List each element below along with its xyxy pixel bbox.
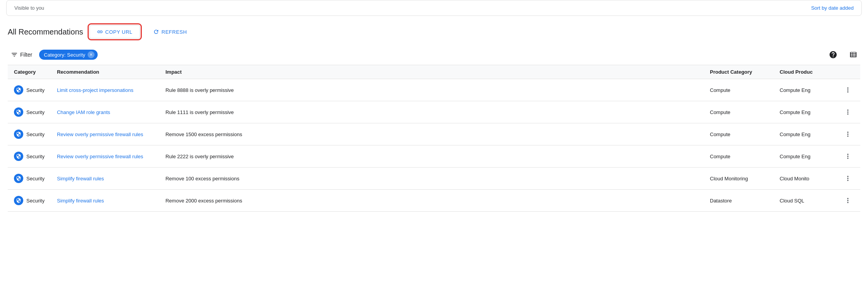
table-cell-cloud-product: Compute Eng xyxy=(773,101,835,123)
col-header-cloud-product: Cloud Produc xyxy=(773,65,835,79)
table-cell-category: Security xyxy=(8,123,51,145)
table-cell-product-category: Compute xyxy=(704,79,773,101)
table-cell-recommendation: Change IAM role grants xyxy=(51,101,159,123)
main-section: All Recommendations COPY URL REFRESH xyxy=(0,22,868,212)
more-options-icon[interactable] xyxy=(842,84,854,96)
table-cell-impact: Remove 2000 excess permissions xyxy=(159,190,704,212)
table-cell-actions xyxy=(835,145,860,168)
table-cell-recommendation: Simplify firewall rules xyxy=(51,190,159,212)
filter-chip-close-button[interactable]: × xyxy=(88,51,95,58)
category-label: Security xyxy=(26,154,45,159)
table-cell-actions xyxy=(835,101,860,123)
filter-left: Filter Category: Security × xyxy=(8,50,98,60)
table-header-row: Category Recommendation Impact Product C… xyxy=(8,65,860,79)
security-icon xyxy=(14,152,23,161)
table-cell-recommendation: Review overly permissive firewall rules xyxy=(51,123,159,145)
table-cell-impact: Remove 1500 excess permissions xyxy=(159,123,704,145)
sort-by-date-link[interactable]: Sort by date added xyxy=(811,5,854,11)
copy-url-button[interactable]: COPY URL xyxy=(90,25,140,38)
table-cell-cloud-product: Cloud SQL xyxy=(773,190,835,212)
table-cell-actions xyxy=(835,123,860,145)
table-cell-category: Security xyxy=(8,101,51,123)
table-cell-impact: Remove 100 excess permissions xyxy=(159,168,704,190)
table-cell-cloud-product: Compute Eng xyxy=(773,79,835,101)
recommendations-table-container: Category Recommendation Impact Product C… xyxy=(8,65,860,212)
more-options-icon[interactable] xyxy=(842,128,854,140)
table-cell-cloud-product: Compute Eng xyxy=(773,145,835,168)
table-row: Security Review overly permissive firewa… xyxy=(8,145,860,168)
table-row: Security Simplify firewall rulesRemove 1… xyxy=(8,168,860,190)
category-label: Security xyxy=(26,198,45,204)
table-cell-recommendation: Simplify firewall rules xyxy=(51,168,159,190)
security-icon xyxy=(14,196,23,205)
filter-right xyxy=(826,48,860,62)
security-icon xyxy=(14,107,23,117)
link-icon xyxy=(97,29,103,35)
category-label: Security xyxy=(26,131,45,137)
refresh-button[interactable]: REFRESH xyxy=(146,26,194,38)
table-cell-cloud-product: Compute Eng xyxy=(773,123,835,145)
filter-chip-security: Category: Security × xyxy=(39,50,98,60)
visible-to-you-label: Visible to you xyxy=(14,5,44,11)
table-cell-category: Security xyxy=(8,145,51,168)
category-label: Security xyxy=(26,176,45,182)
table-cell-product-category: Compute xyxy=(704,123,773,145)
table-cell-recommendation: Limit cross-project impersonations xyxy=(51,79,159,101)
recommendation-link[interactable]: Change IAM role grants xyxy=(57,109,110,115)
filter-button[interactable]: Filter xyxy=(8,50,35,60)
table-cell-category: Security xyxy=(8,190,51,212)
recommendation-link[interactable]: Simplify firewall rules xyxy=(57,176,104,182)
refresh-label: REFRESH xyxy=(162,29,187,35)
columns-button[interactable] xyxy=(846,48,860,62)
table-cell-category: Security xyxy=(8,168,51,190)
more-options-icon[interactable] xyxy=(842,194,854,207)
table-cell-recommendation: Review overly permissive firewall rules xyxy=(51,145,159,168)
table-cell-product-category: Compute xyxy=(704,101,773,123)
col-header-category: Category xyxy=(8,65,51,79)
table-cell-impact: Rule 1111 is overly permissive xyxy=(159,101,704,123)
help-button[interactable] xyxy=(826,48,840,62)
category-label: Security xyxy=(26,87,45,93)
table-cell-cloud-product: Cloud Monito xyxy=(773,168,835,190)
table-cell-impact: Rule 2222 is overly permissive xyxy=(159,145,704,168)
recommendation-link[interactable]: Simplify firewall rules xyxy=(57,198,104,204)
security-icon xyxy=(14,130,23,139)
table-row: Security Change IAM role grantsRule 1111… xyxy=(8,101,860,123)
table-cell-actions xyxy=(835,190,860,212)
filter-chip-label: Category: Security xyxy=(44,52,85,58)
top-bar: Visible to you Sort by date added xyxy=(6,0,862,16)
page-title: All Recommendations xyxy=(8,28,83,36)
table-cell-actions xyxy=(835,168,860,190)
security-icon xyxy=(14,174,23,183)
table-row: Security Simplify firewall rulesRemove 2… xyxy=(8,190,860,212)
table-cell-product-category: Compute xyxy=(704,145,773,168)
table-cell-product-category: Cloud Monitoring xyxy=(704,168,773,190)
table-row: Security Limit cross-project impersonati… xyxy=(8,79,860,101)
filter-label: Filter xyxy=(20,52,32,58)
recommendation-link[interactable]: Review overly permissive firewall rules xyxy=(57,131,143,137)
table-cell-category: Security xyxy=(8,79,51,101)
col-header-actions xyxy=(835,65,860,79)
table-cell-product-category: Datastore xyxy=(704,190,773,212)
recommendations-header: All Recommendations COPY URL REFRESH xyxy=(8,25,860,38)
copy-url-label: COPY URL xyxy=(105,29,133,35)
refresh-icon xyxy=(153,29,159,35)
more-options-icon[interactable] xyxy=(842,172,854,185)
category-label: Security xyxy=(26,109,45,115)
col-header-impact: Impact xyxy=(159,65,704,79)
recommendations-table: Category Recommendation Impact Product C… xyxy=(8,65,860,212)
table-cell-impact: Rule 8888 is overly permissive xyxy=(159,79,704,101)
col-header-product-category: Product Category xyxy=(704,65,773,79)
filter-bar: Filter Category: Security × xyxy=(8,45,860,65)
more-options-icon[interactable] xyxy=(842,106,854,118)
table-cell-actions xyxy=(835,79,860,101)
recommendation-link[interactable]: Review overly permissive firewall rules xyxy=(57,154,143,159)
recommendation-link[interactable]: Limit cross-project impersonations xyxy=(57,87,133,93)
col-header-recommendation: Recommendation xyxy=(51,65,159,79)
security-icon xyxy=(14,85,23,95)
table-row: Security Review overly permissive firewa… xyxy=(8,123,860,145)
more-options-icon[interactable] xyxy=(842,150,854,163)
